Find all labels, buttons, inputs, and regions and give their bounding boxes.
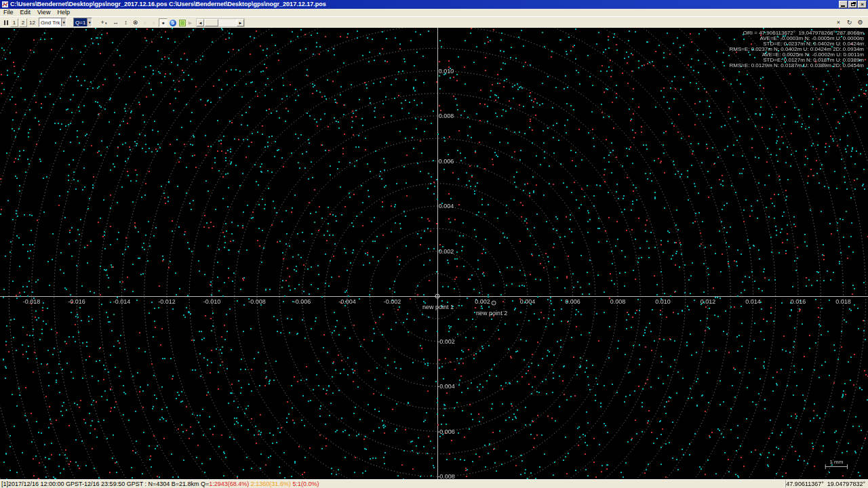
status-bar: [1]2017/12/16 12:00:00 GPST-12/16 23:59:… <box>0 479 868 488</box>
x-tick-label: 0.004 <box>520 298 536 305</box>
status-q1-count: 1:2943(68.4%) <box>209 481 249 487</box>
menu-file[interactable]: File <box>0 9 17 16</box>
close-icon: × <box>861 1 864 7</box>
minimize-button[interactable] <box>839 1 848 8</box>
y-tick-label: 0.002 <box>439 248 454 255</box>
ground-track-plot[interactable]: -0.018-0.016-0.014-0.012-0.010-0.008-0.0… <box>0 28 868 479</box>
fit-icon[interactable]: +▾ <box>98 18 109 27</box>
status-position: 47.90611367° 19.04797832° <box>785 481 868 487</box>
y-tick-label: -0.002 <box>437 338 455 345</box>
scale-bar-label: 1 mm <box>829 459 843 465</box>
statistics-overlay: ORI = 47.906113672° 19.047978268° 287.80… <box>729 30 864 68</box>
status-message: [1]2017/12/16 12:00:00 GPST-12/16 23:59:… <box>0 481 785 487</box>
x-tick-label: -0.012 <box>158 298 176 305</box>
x-tick-label: -0.016 <box>68 298 85 305</box>
time-scrollbar[interactable]: ◄ ► <box>196 18 245 27</box>
menu-view[interactable]: View <box>34 9 54 16</box>
options-icon[interactable]: ⚙ <box>856 18 865 27</box>
x-tick-label: -0.014 <box>113 298 131 305</box>
x-tick-label: 0.016 <box>791 298 806 305</box>
waypoint-label: new point 2 <box>476 310 507 317</box>
menu-bar: File Edit View Help <box>0 9 868 16</box>
menu-help[interactable]: Help <box>54 9 73 16</box>
x-tick-label: -0.010 <box>203 298 221 305</box>
menu-edit[interactable]: Edit <box>17 9 35 16</box>
chevron-down-icon[interactable]: ▼ <box>87 18 92 26</box>
fix-horizontal-icon[interactable]: ○ <box>141 18 149 27</box>
restore-button[interactable] <box>848 1 857 8</box>
app-icon <box>2 1 8 7</box>
y-tick-label: -0.006 <box>437 428 455 435</box>
google-earth-icon[interactable]: S <box>168 18 177 27</box>
window-title: C:\Users\Bendernet\Desktop\gps\nogr_2017… <box>10 0 838 9</box>
x-tick-label: -0.006 <box>294 298 311 305</box>
x-tick-label: 0.012 <box>701 298 716 305</box>
y-tick-label: -0.004 <box>437 383 455 390</box>
x-tick-label: 0.002 <box>475 298 490 305</box>
title-bar[interactable]: C:\Users\Bendernet\Desktop\gps\nogr_2017… <box>0 0 868 9</box>
scroll-right-icon[interactable]: ► <box>237 19 244 26</box>
x-tick-label: 0.014 <box>745 298 761 305</box>
minimize-icon <box>841 5 845 7</box>
solution-12-button[interactable]: 12 <box>28 18 37 27</box>
waypoint-label: new point 1 <box>422 304 454 310</box>
animate-icon[interactable]: ▶ <box>187 18 193 27</box>
solution-2-button[interactable]: 2 <box>19 18 27 27</box>
x-tick-label: 0.010 <box>655 298 671 305</box>
status-time-range: [1]2017/12/16 12:00:00 GPST-12/16 23:59:… <box>1 481 209 487</box>
status-q2-count: 2:1360(31.6%) <box>249 481 291 487</box>
status-q5-count: 5:1(0.0%) <box>291 481 319 487</box>
close-button[interactable]: × <box>858 1 867 8</box>
fit-vertical-icon[interactable]: ↕ <box>121 18 130 27</box>
clear-icon[interactable]: × <box>834 18 843 27</box>
center-origin-icon[interactable]: ⊗ <box>131 18 140 27</box>
y-tick-label: 0.006 <box>439 158 454 165</box>
scrollbar-thumb[interactable] <box>205 19 218 26</box>
x-tick-label: 0.006 <box>565 298 580 305</box>
x-tick-label: 0.018 <box>835 298 851 305</box>
connect-icon[interactable] <box>2 18 10 27</box>
y-tick-label: -0.008 <box>437 473 455 479</box>
quality-filter-select[interactable]: Q=1 ▼ <box>73 18 92 27</box>
y-tick-label: 0.012 <box>439 28 454 29</box>
scroll-left-icon[interactable]: ◄ <box>197 19 204 26</box>
fix-vertical-icon[interactable]: ○ <box>150 18 157 27</box>
y-tick-label: 0.010 <box>439 68 454 75</box>
toolbar: 1 2 12 Gnd Trk ▼ Q=1 ▼ +▾ ↔ ↕ ⊗ ○ ○ ● S … <box>0 16 868 28</box>
google-map-icon[interactable] <box>178 18 186 27</box>
reload-icon[interactable]: ↻ <box>845 18 854 27</box>
y-tick-label: 0.004 <box>439 203 454 209</box>
x-tick-label: -0.004 <box>338 298 356 305</box>
fit-horizontal-icon[interactable]: ↔ <box>111 18 120 27</box>
show-track-icon[interactable]: ● <box>159 18 167 27</box>
quality-filter-value: Q=1 <box>74 18 87 26</box>
x-tick-label: -0.002 <box>384 298 401 305</box>
scatter-canvas[interactable] <box>0 28 868 479</box>
plot-type-value: Gnd Trk <box>39 18 61 26</box>
plot-type-select[interactable]: Gnd Trk ▼ <box>39 18 66 27</box>
x-tick-label: -0.008 <box>248 298 266 305</box>
stats-rms-2: RMS=E: 0.0129m N: 0.0187m U: 0.0389m 2D:… <box>729 63 864 68</box>
x-tick-label: 0.008 <box>610 298 626 305</box>
chevron-down-icon[interactable]: ▼ <box>61 18 66 26</box>
restore-icon <box>851 3 855 6</box>
chevron-down-icon: ▾ <box>105 21 107 25</box>
rtkplot-window: C:\Users\Bendernet\Desktop\gps\nogr_2017… <box>0 0 868 488</box>
x-tick-label: -0.018 <box>23 298 41 305</box>
y-tick-label: 0.008 <box>439 113 454 119</box>
solution-1-button[interactable]: 1 <box>10 18 18 27</box>
